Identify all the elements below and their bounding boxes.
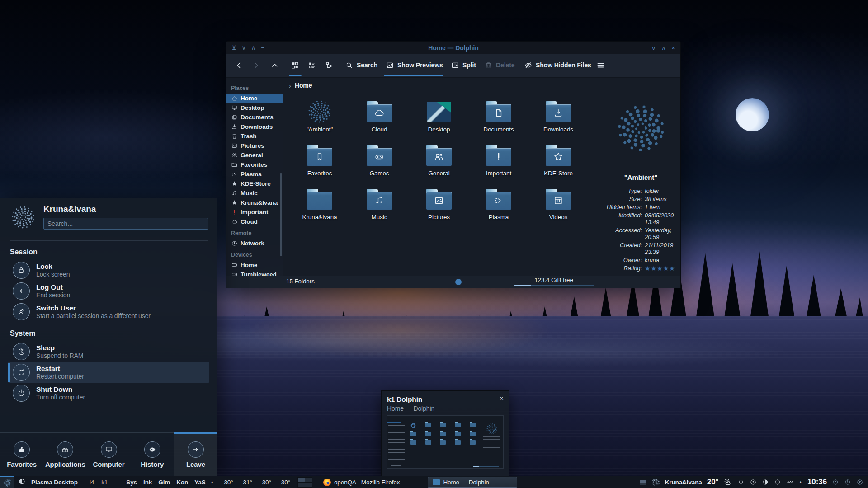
- search-button[interactable]: Search: [345, 54, 377, 76]
- delete-button[interactable]: Delete: [484, 54, 514, 76]
- breadcrumb[interactable]: › Home: [283, 78, 601, 93]
- sidebar-place-item[interactable]: Desktop: [226, 103, 283, 113]
- notifications-bell-icon[interactable]: [737, 479, 745, 486]
- menu-button[interactable]: [596, 54, 605, 76]
- folder-item[interactable]: Kruna&Ivana: [290, 186, 349, 230]
- titlebar-button[interactable]: ∧: [251, 42, 255, 54]
- folder-item[interactable]: Plasma: [469, 186, 528, 230]
- tray-display-icon[interactable]: [640, 480, 646, 485]
- folder-item[interactable]: KDE-Store: [528, 142, 588, 186]
- night-color-icon[interactable]: [762, 479, 769, 486]
- folder-item[interactable]: Important: [469, 142, 528, 186]
- folder-item[interactable]: General: [409, 142, 469, 186]
- expand-arrow-icon[interactable]: ▲: [210, 480, 214, 484]
- temperature-label[interactable]: 30°: [262, 479, 271, 486]
- search-input[interactable]: [43, 218, 208, 230]
- launcher-tab[interactable]: Computer: [87, 433, 130, 476]
- show-previews-button[interactable]: Show Previews: [386, 54, 443, 76]
- titlebar-button[interactable]: ∨: [241, 42, 245, 54]
- sleep-z-icon[interactable]: [856, 479, 863, 486]
- app-shortcut[interactable]: YaS: [194, 479, 205, 486]
- sidebar-place-item[interactable]: Plasma: [226, 169, 283, 179]
- folder-item[interactable]: Games: [349, 142, 409, 186]
- sidebar-place-item[interactable]: Important: [226, 207, 283, 217]
- breadcrumb-chevron-icon[interactable]: ›: [289, 82, 291, 89]
- details-view-button[interactable]: [308, 54, 316, 76]
- sidebar-place-item[interactable]: Documents: [226, 113, 283, 122]
- app-shortcut[interactable]: Kon: [176, 479, 188, 486]
- split-button[interactable]: Split: [451, 54, 476, 76]
- clock[interactable]: 10:36: [807, 478, 827, 487]
- sidebar-place-item[interactable]: Favorites: [226, 160, 283, 169]
- weather-icon[interactable]: [723, 478, 732, 487]
- icons-view-button[interactable]: [291, 54, 299, 76]
- sidebar-place-item[interactable]: Home: [226, 94, 283, 103]
- app-shortcut[interactable]: Sys: [126, 479, 137, 486]
- media-pause-icon[interactable]: [774, 479, 781, 486]
- vm-waves-icon[interactable]: [786, 479, 793, 486]
- app-shortcut[interactable]: Ink: [143, 479, 152, 486]
- desktop-badge[interactable]: k1: [101, 479, 108, 486]
- taskbar-task[interactable]: openQA - Mozilla Firefox: [319, 476, 404, 488]
- sidebar-place-item[interactable]: Music: [226, 188, 283, 198]
- user-switcher-icon[interactable]: [651, 478, 660, 487]
- launcher-item[interactable]: Switch User Start a parallel session as …: [8, 301, 209, 322]
- activity-button[interactable]: [18, 478, 26, 487]
- launcher-tab[interactable]: Applications: [43, 433, 87, 476]
- launcher-item[interactable]: Lock Lock screen: [8, 260, 209, 281]
- launcher-tab[interactable]: Favorites: [0, 433, 43, 476]
- titlebar-button[interactable]: ∨: [651, 42, 656, 54]
- launcher-item[interactable]: Log Out End session: [8, 281, 209, 301]
- sidebar-place-item[interactable]: Kruna&Ivana: [226, 198, 283, 207]
- dolphin-titlebar[interactable]: Home — Dolphin ⊻∨∧− ∨∧×: [226, 42, 680, 54]
- sidebar-scrollbar[interactable]: [280, 173, 282, 256]
- sidebar-place-item[interactable]: Downloads: [226, 122, 283, 131]
- rating-stars[interactable]: ★★★★★: [645, 265, 677, 272]
- folder-item[interactable]: Cloud: [349, 99, 409, 142]
- tray-user-name[interactable]: Kruna&Ivana: [665, 479, 702, 486]
- launcher-item[interactable]: Shut Down Turn off computer: [8, 383, 209, 404]
- taskbar-task[interactable]: Home — Dolphin: [428, 477, 517, 488]
- folder-item[interactable]: Music: [349, 186, 409, 230]
- temperature-label[interactable]: 30°: [281, 479, 290, 486]
- temperature-label[interactable]: 30°: [224, 479, 233, 486]
- breadcrumb-location[interactable]: Home: [295, 82, 312, 89]
- weather-temperature[interactable]: 20°: [707, 478, 718, 487]
- sidebar-remote-item[interactable]: Network: [226, 239, 283, 248]
- tree-view-button[interactable]: [325, 54, 334, 76]
- sidebar-device-item[interactable]: Home: [226, 260, 283, 270]
- zoom-slider-handle[interactable]: [455, 279, 462, 285]
- launcher-button[interactable]: [0, 476, 14, 488]
- timer-line-icon[interactable]: [844, 479, 851, 486]
- folder-item[interactable]: Downloads: [528, 99, 588, 142]
- folder-item[interactable]: Documents: [469, 99, 528, 142]
- titlebar-button[interactable]: ∧: [661, 42, 666, 54]
- titlebar-button[interactable]: ⊻: [232, 42, 236, 54]
- folder-item[interactable]: Videos: [528, 186, 588, 230]
- folder-item[interactable]: "Ambient": [290, 99, 349, 142]
- zoom-slider[interactable]: [435, 282, 514, 282]
- sidebar-place-item[interactable]: Trash: [226, 131, 283, 141]
- launcher-tab[interactable]: History: [131, 433, 174, 476]
- sidebar-place-item[interactable]: Pictures: [226, 141, 283, 150]
- app-shortcut[interactable]: Gim: [158, 479, 170, 486]
- titlebar-button[interactable]: ×: [671, 42, 675, 54]
- back-button[interactable]: [235, 54, 243, 76]
- desktop-name-label[interactable]: Plasma Desktop: [31, 479, 78, 486]
- launcher-tab[interactable]: Leave: [174, 433, 217, 476]
- show-hidden-button[interactable]: Show Hidden Files: [524, 54, 591, 76]
- sidebar-place-item[interactable]: General: [226, 150, 283, 160]
- launcher-item[interactable]: Restart Restart computer: [8, 362, 209, 383]
- sidebar-place-item[interactable]: Cloud: [226, 217, 283, 226]
- updates-icon[interactable]: [750, 479, 757, 486]
- forward-button[interactable]: [252, 54, 260, 76]
- timer-dot-icon[interactable]: [832, 479, 839, 486]
- folder-item[interactable]: Favorites: [290, 142, 349, 186]
- folder-item[interactable]: Pictures: [409, 186, 469, 230]
- titlebar-button[interactable]: −: [261, 42, 264, 54]
- user-avatar[interactable]: [11, 205, 35, 230]
- window-thumbnail[interactable]: [387, 415, 504, 469]
- close-icon[interactable]: ×: [500, 394, 504, 403]
- launcher-item[interactable]: Sleep Suspend to RAM: [8, 341, 209, 362]
- virtual-desktop-pager[interactable]: [297, 477, 312, 488]
